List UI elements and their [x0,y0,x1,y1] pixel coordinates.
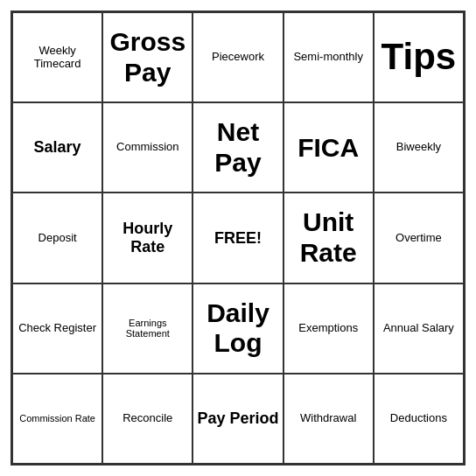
cell-label: Tips [382,36,457,78]
cell-label: Net Pay [197,117,278,178]
cell-label: Unit Rate [288,207,369,268]
bingo-cell-r2c2: FREE! [192,192,283,283]
bingo-cell-r1c1: Commission [102,102,192,192]
cell-label: Exemptions [298,322,358,335]
cell-label: Hourly Rate [107,220,188,256]
cell-label: Deposit [38,232,77,245]
cell-label: Deductions [390,412,447,425]
cell-label: Earnings Statement [107,318,188,340]
cell-label: Salary [34,138,81,157]
cell-label: Piecework [212,51,264,64]
bingo-cell-r0c2: Piecework [192,12,283,102]
bingo-cell-r1c4: Biweekly [374,102,464,192]
cell-label: Weekly Timecard [17,45,98,71]
cell-label: FREE! [214,229,262,248]
bingo-cell-r2c3: Unit Rate [284,192,374,283]
bingo-board: Weekly TimecardGross PayPieceworkSemi-mo… [10,10,466,466]
cell-label: Semi-monthly [293,51,362,64]
bingo-cell-r2c4: Overtime [374,192,464,283]
cell-label: Withdrawal [300,412,356,425]
cell-label: Biweekly [396,141,441,154]
bingo-cell-r3c2: Daily Log [192,284,283,374]
bingo-cell-r3c3: Exemptions [284,284,374,374]
bingo-cell-r1c3: FICA [284,102,374,192]
bingo-cell-r3c0: Check Register [12,284,102,374]
bingo-cell-r0c0: Weekly Timecard [12,12,102,102]
bingo-cell-r0c3: Semi-monthly [284,12,374,102]
bingo-cell-r4c4: Deductions [374,374,464,464]
bingo-cell-r0c4: Tips [374,12,464,102]
bingo-cell-r4c0: Commission Rate [12,374,102,464]
cell-label: FICA [298,133,359,164]
cell-label: Check Register [18,322,96,335]
bingo-cell-r3c1: Earnings Statement [102,284,192,374]
cell-label: Daily Log [197,298,278,359]
bingo-cell-r2c0: Deposit [12,192,102,283]
bingo-cell-r1c2: Net Pay [192,102,283,192]
bingo-cell-r1c0: Salary [12,102,102,192]
bingo-cell-r2c1: Hourly Rate [102,192,192,283]
bingo-cell-r4c1: Reconcile [102,374,192,464]
cell-label: Pay Period [197,410,278,428]
bingo-cell-r0c1: Gross Pay [102,12,192,102]
cell-label: Overtime [396,232,442,245]
cell-label: Annual Salary [383,322,454,335]
cell-label: Commission Rate [19,413,95,424]
cell-label: Gross Pay [107,27,188,88]
bingo-cell-r4c3: Withdrawal [284,374,374,464]
bingo-cell-r3c4: Annual Salary [374,284,464,374]
cell-label: Commission [116,141,179,154]
bingo-cell-r4c2: Pay Period [192,374,283,464]
cell-label: Reconcile [122,412,172,425]
